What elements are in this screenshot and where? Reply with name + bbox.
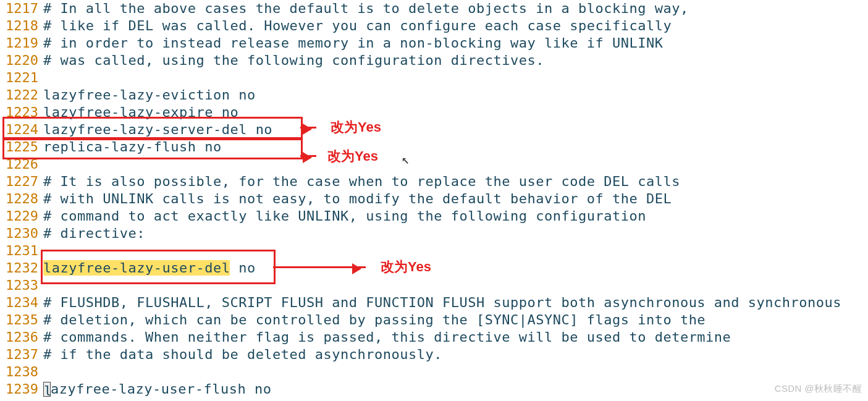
line-number: 1232: [0, 260, 43, 277]
code-content[interactable]: # FLUSHDB, FLUSHALL, SCRIPT FLUSH and FU…: [43, 294, 841, 311]
code-content[interactable]: lazyfree-lazy-eviction no: [43, 87, 256, 104]
code-content[interactable]: # It is also possible, for the case when…: [43, 173, 680, 190]
line-number: 1228: [0, 190, 43, 208]
line-number: 1235: [0, 311, 43, 329]
code-line[interactable]: 1231: [0, 242, 868, 260]
code-content[interactable]: # In all the above cases the default is …: [43, 0, 689, 17]
line-number: 1220: [0, 52, 43, 69]
line-number: 1227: [0, 173, 43, 190]
code-line[interactable]: 1235# deletion, which can be controlled …: [0, 311, 868, 329]
code-line[interactable]: 1232lazyfree-lazy-user-del no: [0, 260, 868, 277]
code-line[interactable]: 1219# in order to instead release memory…: [0, 35, 868, 52]
code-line[interactable]: 1220# was called, using the following co…: [0, 52, 868, 69]
code-content[interactable]: # was called, using the following config…: [43, 52, 544, 69]
code-content[interactable]: # commands. When neither flag is passed,…: [43, 329, 731, 346]
code-content[interactable]: # command to act exactly like UNLINK, us…: [43, 208, 646, 225]
line-number: 1224: [0, 121, 43, 138]
line-number: 1239: [0, 381, 43, 398]
text-cursor: l: [43, 382, 51, 397]
code-content[interactable]: replica-lazy-flush no: [43, 138, 222, 156]
code-line[interactable]: 1221: [0, 69, 868, 87]
line-number: 1226: [0, 156, 43, 173]
line-number: 1230: [0, 225, 43, 242]
code-content[interactable]: # if the data should be deleted asynchro…: [43, 346, 442, 363]
line-number: 1233: [0, 277, 43, 294]
line-number: 1234: [0, 294, 43, 311]
line-number: 1221: [0, 69, 43, 87]
code-line[interactable]: 1239lazyfree-lazy-user-flush no: [0, 381, 868, 398]
code-line[interactable]: 1217# In all the above cases the default…: [0, 0, 868, 17]
line-number: 1217: [0, 0, 43, 17]
line-number: 1218: [0, 17, 43, 35]
line-number: 1225: [0, 138, 43, 156]
line-number: 1222: [0, 87, 43, 104]
code-line[interactable]: 1225replica-lazy-flush no: [0, 138, 868, 156]
code-line[interactable]: 1238: [0, 363, 868, 381]
code-body[interactable]: 1217# In all the above cases the default…: [0, 0, 868, 398]
code-content[interactable]: lazyfree-lazy-user-del no: [43, 260, 256, 277]
code-line[interactable]: 1237# if the data should be deleted asyn…: [0, 346, 868, 363]
line-number: 1229: [0, 208, 43, 225]
code-content[interactable]: lazyfree-lazy-user-flush no: [43, 381, 271, 398]
code-line[interactable]: 1227# It is also possible, for the case …: [0, 173, 868, 190]
code-content[interactable]: # like if DEL was called. However you ca…: [43, 17, 672, 35]
code-line[interactable]: 1233: [0, 277, 868, 294]
code-line[interactable]: 1236# commands. When neither flag is pas…: [0, 329, 868, 346]
code-content[interactable]: lazyfree-lazy-server-del no: [43, 121, 272, 138]
code-line[interactable]: 1223lazyfree-lazy-expire no: [0, 104, 868, 121]
highlighted-text: lazyfree-lazy-user-del: [43, 260, 230, 276]
code-line[interactable]: 1230# directive:: [0, 225, 868, 242]
line-number: 1238: [0, 363, 43, 381]
line-number: 1231: [0, 242, 43, 260]
code-content[interactable]: # deletion, which can be controlled by p…: [43, 311, 706, 329]
code-content[interactable]: # in order to instead release memory in …: [43, 35, 663, 52]
code-line[interactable]: 1224lazyfree-lazy-server-del no: [0, 121, 868, 138]
code-editor[interactable]: 1217# In all the above cases the default…: [0, 0, 868, 401]
code-line[interactable]: 1222lazyfree-lazy-eviction no: [0, 87, 868, 104]
code-content[interactable]: # with UNLINK calls is not easy, to modi…: [43, 190, 672, 208]
line-number: 1236: [0, 329, 43, 346]
line-number: 1237: [0, 346, 43, 363]
code-line[interactable]: 1218# like if DEL was called. However yo…: [0, 17, 868, 35]
watermark: CSDN @秋秋睡不醒: [775, 380, 862, 397]
code-content[interactable]: # directive:: [43, 225, 145, 242]
code-content[interactable]: lazyfree-lazy-expire no: [43, 104, 238, 121]
line-number: 1219: [0, 35, 43, 52]
code-line[interactable]: 1229# command to act exactly like UNLINK…: [0, 208, 868, 225]
code-line[interactable]: 1234# FLUSHDB, FLUSHALL, SCRIPT FLUSH an…: [0, 294, 868, 311]
code-line[interactable]: 1228# with UNLINK calls is not easy, to …: [0, 190, 868, 208]
code-line[interactable]: 1226: [0, 156, 868, 173]
line-number: 1223: [0, 104, 43, 121]
